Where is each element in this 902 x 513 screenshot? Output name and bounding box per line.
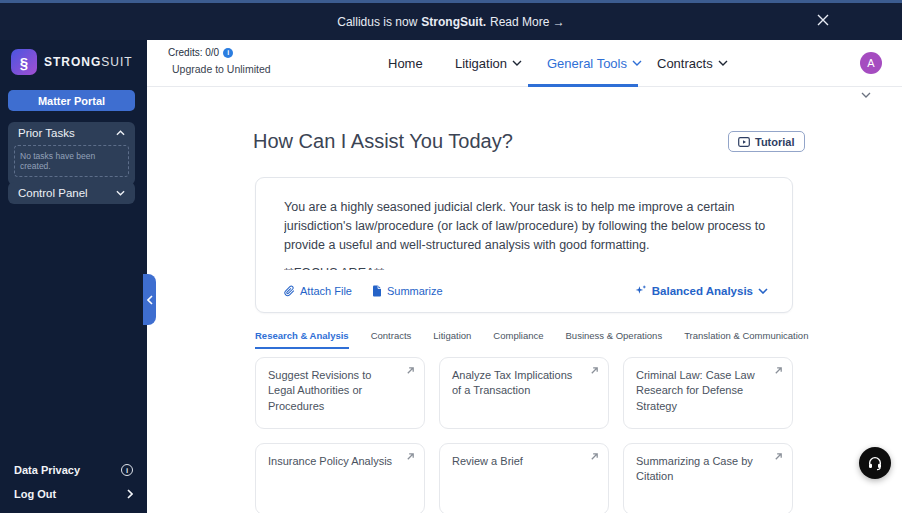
app-window: Callidus is now StrongSuit. Read More → … xyxy=(0,0,902,513)
control-panel-title: Control Panel xyxy=(18,187,88,199)
prior-tasks-title: Prior Tasks xyxy=(18,127,75,139)
chevron-left-icon xyxy=(147,295,153,305)
sidebar: § STRONGSUIT Matter Portal Prior Tasks N… xyxy=(0,40,147,513)
tutorial-button[interactable]: Tutorial xyxy=(728,131,805,152)
card-title: Summarizing a Case by Citation xyxy=(636,455,753,482)
template-card[interactable]: Suggest Revisions to Legal Authorities o… xyxy=(255,357,425,429)
tab-compliance[interactable]: Compliance xyxy=(493,330,543,349)
card-title: Suggest Revisions to Legal Authorities o… xyxy=(268,369,371,412)
info-icon: i xyxy=(121,464,133,476)
category-tabs: Research & Analysis Contracts Litigation… xyxy=(255,330,808,349)
matter-portal-button[interactable]: Matter Portal xyxy=(8,90,135,111)
upgrade-link[interactable]: Upgrade to Unlimited xyxy=(172,63,271,75)
chevron-down-icon xyxy=(116,190,125,196)
template-card[interactable]: Criminal Law: Case Law Research for Defe… xyxy=(623,357,793,429)
logout-label: Log Out xyxy=(14,488,56,500)
tab-contracts[interactable]: Contracts xyxy=(371,330,412,349)
card-title: Criminal Law: Case Law Research for Defe… xyxy=(636,369,755,412)
headset-icon xyxy=(867,455,883,471)
nav-item-contracts[interactable]: Contracts xyxy=(657,40,728,86)
main-content: Credits: 0/0 i Upgrade to Unlimited Home… xyxy=(147,40,902,513)
chevron-up-icon xyxy=(116,130,125,136)
document-icon xyxy=(372,285,382,297)
credits-info-icon[interactable]: i xyxy=(223,48,233,58)
external-arrow-icon xyxy=(774,366,783,375)
card-title: Review a Brief xyxy=(452,455,523,467)
data-privacy-label: Data Privacy xyxy=(14,464,80,476)
prompt-footer: Attach File Summarize Balanced Analysis xyxy=(284,284,768,297)
credits-label: Credits: 0/0 i xyxy=(168,47,233,58)
attach-file-button[interactable]: Attach File xyxy=(284,285,352,297)
banner-close-icon[interactable] xyxy=(816,13,830,27)
tab-business-operations[interactable]: Business & Operations xyxy=(566,330,663,349)
tab-litigation[interactable]: Litigation xyxy=(433,330,471,349)
template-card[interactable]: Summarizing a Case by Citation xyxy=(623,443,793,513)
strongsuit-logo[interactable]: § STRONGSUIT xyxy=(11,49,133,75)
external-arrow-icon xyxy=(590,366,599,375)
external-arrow-icon xyxy=(590,452,599,461)
page-title: How Can I Assist You Today? xyxy=(253,130,513,153)
tab-research-analysis[interactable]: Research & Analysis xyxy=(255,330,349,349)
summarize-button[interactable]: Summarize xyxy=(372,285,443,297)
control-panel-header[interactable]: Control Panel xyxy=(8,182,135,204)
section-sign-icon: § xyxy=(11,49,37,75)
banner-brand: StrongSuit. xyxy=(421,15,486,29)
prompt-clipped-line: **FOCUS AREA** xyxy=(284,264,766,270)
prompt-card: You are a highly seasoned judicial clerk… xyxy=(255,177,793,313)
chevron-down-icon xyxy=(758,288,768,294)
template-card[interactable]: Analyze Tax Implications of a Transactio… xyxy=(439,357,609,429)
nav-item-general-tools[interactable]: General Tools xyxy=(547,40,642,86)
prior-tasks-panel: Prior Tasks No tasks have been created. xyxy=(8,122,135,185)
card-title: Insurance Policy Analysis xyxy=(268,455,392,467)
chevron-down-icon xyxy=(512,60,522,66)
tab-translation-communication[interactable]: Translation & Communication xyxy=(684,330,808,349)
read-more-link[interactable]: Read More → xyxy=(490,15,565,29)
prior-tasks-empty-message: No tasks have been created. xyxy=(14,145,129,177)
chevron-down-icon xyxy=(718,60,728,66)
banner-text: Callidus is now xyxy=(337,15,417,29)
prompt-paragraph: You are a highly seasoned judicial clerk… xyxy=(284,198,766,255)
chevron-down-icon xyxy=(632,60,642,66)
control-panel: Control Panel xyxy=(8,182,135,204)
template-card[interactable]: Insurance Policy Analysis xyxy=(255,443,425,513)
chevron-right-icon xyxy=(127,489,133,499)
prompt-input[interactable]: You are a highly seasoned judicial clerk… xyxy=(284,198,766,270)
announcement-banner: Callidus is now StrongSuit. Read More → xyxy=(0,0,902,40)
template-card[interactable]: Review a Brief xyxy=(439,443,609,513)
nav-item-home[interactable]: Home xyxy=(388,40,423,86)
avatar[interactable]: A xyxy=(860,52,882,74)
active-nav-underline xyxy=(528,84,638,87)
top-navigation-bar: Credits: 0/0 i Upgrade to Unlimited Home… xyxy=(147,40,902,87)
template-card-grid: Suggest Revisions to Legal Authorities o… xyxy=(255,357,793,513)
nav-item-litigation[interactable]: Litigation xyxy=(455,40,522,86)
data-privacy-link[interactable]: Data Privacy i xyxy=(14,464,133,476)
external-arrow-icon xyxy=(774,452,783,461)
external-arrow-icon xyxy=(406,452,415,461)
card-title: Analyze Tax Implications of a Transactio… xyxy=(452,369,572,396)
scroll-chevron-icon[interactable] xyxy=(861,92,871,98)
analysis-mode-selector[interactable]: Balanced Analysis xyxy=(634,284,768,297)
prior-tasks-header[interactable]: Prior Tasks xyxy=(8,122,135,144)
external-arrow-icon xyxy=(406,366,415,375)
brand-name: STRONGSUIT xyxy=(44,55,133,69)
video-icon xyxy=(738,137,750,147)
sparkles-icon xyxy=(634,284,647,297)
paperclip-icon xyxy=(284,285,295,297)
sidebar-collapse-handle[interactable] xyxy=(143,274,156,325)
logout-link[interactable]: Log Out xyxy=(14,488,133,500)
support-chat-button[interactable] xyxy=(859,447,891,479)
